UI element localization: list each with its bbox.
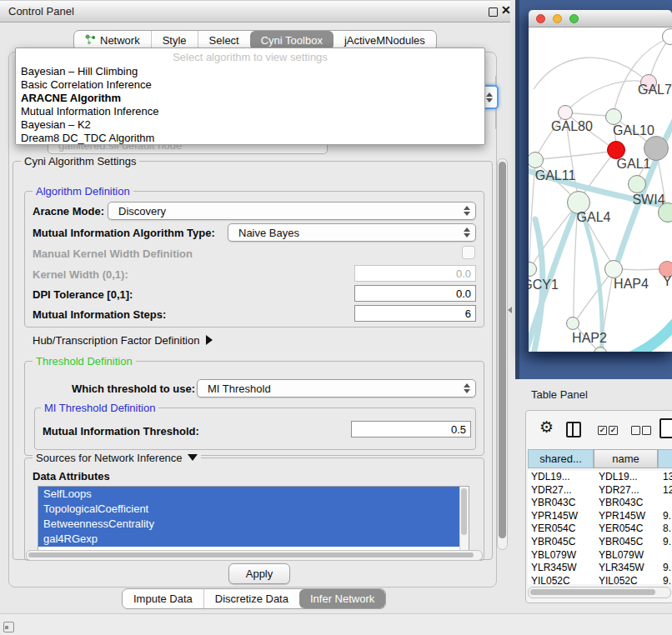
kernel-width-label: Kernel Width (0,1): (33, 268, 128, 281)
list-item[interactable]: TopologicalCoefficient (38, 502, 465, 517)
dpi-tolerance-label: DPI Tolerance [0,1]: (33, 288, 133, 301)
algorithm-option[interactable]: Bayesian – K2 (16, 118, 484, 132)
tab-infer-network[interactable]: Infer Network (299, 589, 385, 608)
mi-steps-label: Mutual Information Steps: (33, 308, 166, 321)
list-vertical-scrollbar[interactable] (459, 487, 469, 550)
float-window-icon[interactable] (489, 8, 498, 17)
checked-checkbox-icon[interactable]: ✓ (598, 426, 607, 435)
aracne-mode-select[interactable]: Discovery (108, 202, 476, 220)
algorithm-option[interactable]: Dream8 DC_TDC Algorithm (16, 132, 484, 145)
table-panel-title: Table Panel (531, 388, 588, 401)
hub-definition-toggle[interactable]: Hub/Transcription Factor Definition (33, 334, 213, 347)
collapsed-arrow-icon (206, 335, 213, 345)
table-row[interactable]: YBL079WYBL079W (528, 549, 672, 562)
node-label: HAP2 (572, 331, 607, 346)
status-bar (0, 613, 672, 635)
node-label: HAP4 (614, 277, 649, 292)
table-row[interactable]: YDR27...YDR27...12 (528, 484, 672, 498)
cyni-algorithm-settings-title: Cyni Algorithm Settings (21, 155, 139, 168)
node-label: GAL11 (535, 168, 576, 183)
network-canvas[interactable]: GAL7 GAL80 GAL10 GAL1 GAL11 SWI4 GAL4 GC… (529, 28, 672, 352)
algorithm-option[interactable]: Basic Correlation Inference (16, 78, 484, 92)
close-icon[interactable]: ✕ (501, 3, 511, 17)
node-label: GAL1 (617, 157, 651, 172)
unchecked-checkbox-icon[interactable] (631, 426, 640, 435)
tab-impute-data[interactable]: Impute Data (123, 589, 203, 608)
dpi-tolerance-input[interactable] (354, 285, 476, 302)
table-panel: ⚙ ✓ ✓ shared... name YDL19...YDL19...13 … (525, 410, 672, 603)
checked-checkbox-icon[interactable]: ✓ (609, 426, 618, 435)
network-window-titlebar[interactable] (529, 10, 672, 28)
split-panel-icon[interactable] (566, 422, 581, 438)
table-row[interactable]: YER054CYER054C8. (528, 522, 672, 536)
aracne-mode-label: Aracne Mode: (33, 205, 104, 218)
manual-kernel-width-checkbox[interactable] (462, 246, 475, 259)
node-label: GCY1 (529, 278, 559, 292)
mi-algorithm-type-label: Mutual Information Algorithm Type: (33, 227, 215, 239)
sources-title[interactable]: Sources for Network Inference (33, 452, 201, 464)
column-header-shared-name[interactable]: shared... (528, 449, 594, 468)
node-label: Y (663, 274, 672, 289)
minimize-traffic-light-icon[interactable] (553, 14, 562, 23)
column-header-name[interactable]: name (594, 449, 658, 468)
mi-algorithm-type-select[interactable]: Naive Bayes (228, 223, 476, 242)
network-icon (85, 34, 96, 48)
algorithm-option[interactable]: Mutual Information Inference (16, 105, 484, 118)
data-attributes-label: Data Attributes (33, 470, 110, 482)
node-swi4[interactable] (628, 175, 646, 193)
mi-threshold-input[interactable] (351, 421, 471, 438)
node-hap2[interactable] (566, 317, 579, 330)
mi-threshold-label: Mutual Information Threshold: (43, 425, 199, 438)
popup-placeholder: Select algorithm to view settings (16, 51, 484, 63)
expanded-arrow-icon (188, 454, 198, 461)
panel-vertical-scrollbar[interactable] (497, 158, 508, 550)
which-threshold-select[interactable]: MI Threshold (197, 379, 476, 398)
algorithm-option[interactable]: Bayesian – Hill Climbing (16, 65, 484, 78)
window-grid-icon[interactable] (3, 622, 14, 632)
apply-button[interactable]: Apply (228, 563, 290, 584)
threshold-definition-title: Threshold Definition (33, 355, 136, 368)
table-horizontal-scrollbar[interactable] (528, 587, 671, 598)
document-icon[interactable] (659, 418, 672, 438)
node-gal80[interactable] (558, 105, 573, 120)
tab-discretize-data[interactable]: Discretize Data (203, 589, 299, 608)
table-row[interactable]: YIL052CYIL052C9. (528, 575, 672, 584)
network-view-window[interactable]: GAL7 GAL80 GAL10 GAL1 GAL11 SWI4 GAL4 GC… (529, 10, 672, 352)
node-label: GAL7 (638, 82, 672, 98)
cyni-bottom-tabs: Impute Data Discretize Data Infer Networ… (122, 588, 386, 609)
unchecked-checkbox-icon[interactable] (642, 426, 651, 435)
node-label: SWI4 (632, 192, 664, 208)
kernel-width-input[interactable] (354, 265, 476, 282)
algorithm-option-selected[interactable]: ARACNE Algorithm (16, 92, 484, 105)
application-window: Control Panel ✕ Network Style Select Cyn… (0, 0, 672, 635)
mi-steps-input[interactable] (354, 305, 476, 322)
which-threshold-label: Which threshold to use: (72, 382, 195, 395)
list-item[interactable]: BetweennessCentrality (38, 517, 465, 532)
close-traffic-light-icon[interactable] (536, 14, 545, 23)
control-panel-titlebar: Control Panel ✕ (0, 0, 510, 22)
table-body: YDL19...YDL19...13 YDR27...YDR27...12 YB… (528, 471, 672, 584)
table-row[interactable]: YDL19...YDL19...13 (528, 471, 672, 484)
gear-icon[interactable]: ⚙ (539, 418, 554, 437)
node-label: GAL4 (577, 210, 611, 225)
node-hap4[interactable] (604, 260, 623, 278)
zoom-traffic-light-icon[interactable] (569, 14, 579, 23)
algorithm-dropdown-popup: Select algorithm to view settings Bayesi… (15, 48, 485, 145)
control-panel-title: Control Panel (8, 5, 74, 18)
list-item[interactable]: SelfLoops (38, 487, 465, 502)
table-row[interactable]: YPR145WYPR145W9. (528, 510, 672, 523)
node-label: GAL80 (551, 119, 593, 134)
panel-divider-arrow[interactable] (508, 307, 512, 313)
node-label: GAL10 (613, 123, 654, 138)
mi-threshold-title: MI Threshold Definition (41, 402, 158, 414)
data-attributes-list: SelfLoops TopologicalCoefficient Between… (38, 486, 469, 551)
node-gal10[interactable] (605, 108, 622, 125)
table-row[interactable]: YBR043CYBR043C (528, 497, 672, 510)
list-item[interactable]: gal4RGexp (38, 532, 465, 547)
manual-kernel-width-label: Manual Kernel Width Definition (33, 248, 193, 260)
table-row[interactable]: YLR345WYLR345W9. (528, 562, 672, 575)
table-row[interactable]: YBR045CYBR045C9. (528, 536, 672, 549)
column-header-partial[interactable] (658, 449, 672, 468)
algorithm-definition-title: Algorithm Definition (33, 185, 133, 198)
list-horizontal-scrollbar[interactable] (26, 550, 483, 561)
